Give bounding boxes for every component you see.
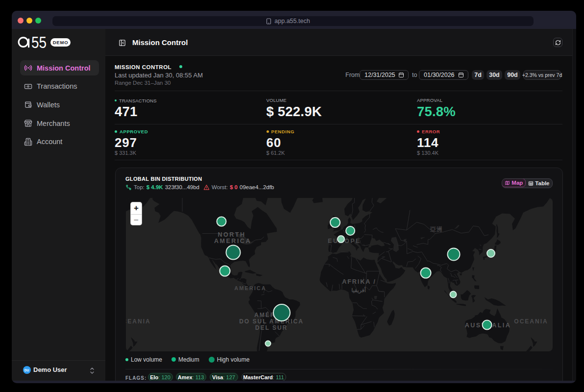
svg-text:AMERICA: AMERICA xyxy=(234,285,266,291)
svg-text:55: 55 xyxy=(31,33,47,50)
svg-text:OCEANIA: OCEANIA xyxy=(514,318,548,325)
svg-text:OCEANIA: OCEANIA xyxy=(126,318,151,325)
svg-text:DEL SUR: DEL SUR xyxy=(255,324,288,331)
svg-text:NORTH: NORTH xyxy=(218,231,246,238)
svg-text:AMERICA: AMERICA xyxy=(214,238,251,245)
svg-text:亞洲: 亞洲 xyxy=(430,226,443,233)
svg-text:AFRIKA /: AFRIKA / xyxy=(342,278,376,285)
svg-text:أفريقيا: أفريقيا xyxy=(351,287,366,294)
